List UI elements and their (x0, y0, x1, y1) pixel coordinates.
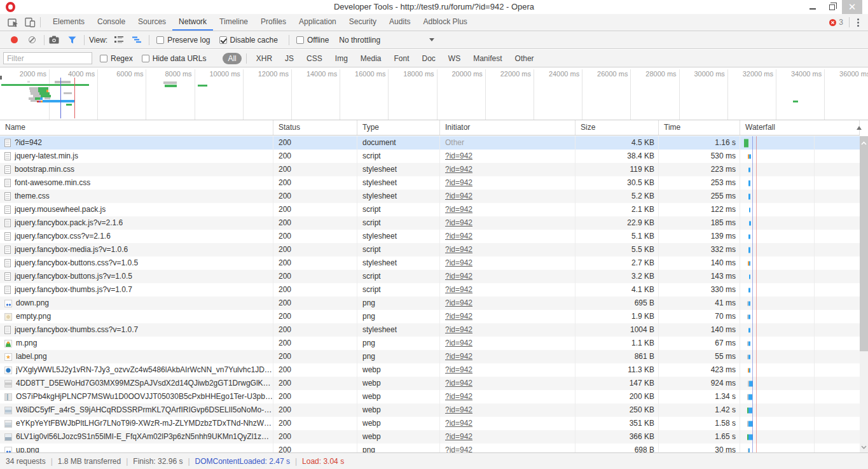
tab-timeline[interactable]: Timeline (213, 14, 254, 31)
initiator-link[interactable]: ?id=942 (445, 405, 472, 414)
table-row[interactable]: down.png200png?id=942695 B41 ms (0, 297, 860, 310)
view-list-button[interactable] (111, 33, 127, 47)
filter-pill-doc[interactable]: Doc (417, 53, 441, 64)
table-row[interactable]: 6LV1ig0vl56LJozc9S1n55lMI-E_FfqXAm02lP3p… (0, 430, 860, 444)
initiator-link[interactable]: ?id=942 (445, 151, 472, 160)
filter-pill-js[interactable]: JS (280, 53, 299, 64)
initiator-link[interactable]: ?id=942 (445, 325, 472, 334)
initiator-link[interactable]: ?id=942 (445, 339, 472, 347)
minimize-button[interactable] (804, 0, 822, 14)
clear-button[interactable] (24, 33, 39, 47)
table-row[interactable]: jquery.mousewheel.pack.js200script?id=94… (0, 203, 860, 216)
column-header-size[interactable]: Size (575, 120, 659, 135)
column-header-waterfall[interactable]: Waterfall (740, 120, 860, 135)
console-error-badge[interactable]: 3 (825, 18, 847, 27)
filter-pill-manifest[interactable]: Manifest (468, 53, 507, 64)
filter-pill-all[interactable]: All (223, 53, 241, 64)
tab-profiles[interactable]: Profiles (254, 14, 293, 31)
devtools-menu-icon[interactable] (851, 17, 864, 28)
network-overview[interactable]: 2000 ms4000 ms6000 ms8000 ms10000 ms1200… (0, 68, 868, 120)
table-row[interactable]: jquery.fancybox.css?v=2.1.6200stylesheet… (0, 230, 860, 243)
table-row[interactable]: jquery.fancybox-thumbs.js?v=1.0.7200scri… (0, 283, 860, 297)
table-row[interactable]: ?id=942200documentOther4.5 KB1.16 s (0, 136, 860, 150)
tab-network[interactable]: Network (172, 14, 213, 31)
initiator-link[interactable]: ?id=942 (445, 445, 472, 452)
initiator-link[interactable]: ?id=942 (445, 218, 472, 227)
close-button[interactable]: ✕ (842, 0, 862, 14)
filter-pill-other[interactable]: Other (510, 53, 539, 64)
inspect-element-icon[interactable] (5, 15, 22, 29)
column-header-time[interactable]: Time (659, 120, 740, 135)
table-row[interactable]: jquery.fancybox.pack.js?v=2.1.6200script… (0, 216, 860, 230)
column-header-name[interactable]: Name (0, 120, 273, 135)
view-waterfall-button[interactable] (129, 33, 144, 47)
disable-cache-checkbox[interactable]: Disable cache (219, 36, 278, 45)
table-row[interactable]: W8iDC5yfF_a4rS_S9jAHCqRDSSRPrmKL7QArfIRI… (0, 403, 860, 417)
tab-elements[interactable]: Elements (46, 14, 91, 31)
table-row[interactable]: theme.css200stylesheet?id=9425.2 KB255 m… (0, 190, 860, 203)
tab-adblock-plus[interactable]: Adblock Plus (417, 14, 473, 31)
offline-checkbox[interactable]: Offline (296, 36, 329, 45)
initiator-link[interactable]: ?id=942 (445, 352, 472, 361)
table-row[interactable]: jquery.fancybox-media.js?v=1.0.6200scrip… (0, 243, 860, 256)
table-row[interactable]: eYKpYeYtFBWJbPltLHGr7LNoT9i9-XWzR-mJ-ZLY… (0, 417, 860, 430)
table-row[interactable]: jVXglyWWL5J2y1vRN-7Jy3_ozvvZc4w5486lAkbA… (0, 363, 860, 377)
initiator-link[interactable]: ?id=942 (445, 178, 472, 187)
table-row[interactable]: label.png200png?id=942861 B55 ms (0, 350, 860, 363)
filter-pill-font[interactable]: Font (389, 53, 415, 64)
vertical-scrollbar[interactable] (860, 136, 868, 452)
filter-pill-media[interactable]: Media (355, 53, 387, 64)
initiator-link[interactable]: ?id=942 (445, 379, 472, 388)
initiator-link[interactable]: ?id=942 (445, 298, 472, 307)
regex-checkbox[interactable]: Regex (100, 54, 133, 63)
tab-console[interactable]: Console (91, 14, 132, 31)
tab-audits[interactable]: Audits (383, 14, 417, 31)
tab-security[interactable]: Security (343, 14, 383, 31)
scrollbar-thumb[interactable] (860, 136, 868, 351)
initiator-link[interactable]: ?id=942 (445, 258, 472, 267)
scroll-down-icon[interactable] (860, 442, 868, 451)
initiator-link[interactable]: ?id=942 (445, 365, 472, 374)
table-row[interactable]: jquery.fancybox-buttons.js?v=1.0.5200scr… (0, 270, 860, 283)
table-row[interactable]: OS7iPb4kgHjPLNCP7MSWu1D0OOVJJT05030B5cPx… (0, 390, 860, 403)
table-row[interactable]: 4DD8TT_D5EWoHd7G03MX99MZSpAJVsdX2d14QJiw… (0, 377, 860, 390)
table-row[interactable]: bootstrap.min.css200stylesheet?id=942119… (0, 163, 860, 176)
initiator-link[interactable]: ?id=942 (445, 432, 472, 441)
tab-sources[interactable]: Sources (132, 14, 172, 31)
initiator-link[interactable]: ?id=942 (445, 312, 472, 321)
filter-pill-ws[interactable]: WS (443, 53, 465, 64)
filter-pill-xhr[interactable]: XHR (251, 53, 277, 64)
table-row[interactable]: jquery.fancybox-thumbs.css?v=1.0.7200sty… (0, 323, 860, 337)
initiator-link[interactable]: ?id=942 (445, 392, 472, 401)
initiator-link[interactable]: ?id=942 (445, 205, 472, 214)
hide-data-urls-checkbox[interactable]: Hide data URLs (142, 54, 207, 63)
initiator-link[interactable]: ?id=942 (445, 285, 472, 294)
table-row[interactable]: font-awesome.min.css200stylesheet?id=942… (0, 176, 860, 190)
restore-button[interactable] (823, 0, 841, 14)
preserve-log-checkbox[interactable]: Preserve log (156, 36, 210, 45)
throttling-dropdown[interactable]: No throttling (339, 36, 434, 45)
table-row[interactable]: m.png200png?id=9421.1 KB67 ms (0, 337, 860, 350)
column-header-status[interactable]: Status (273, 120, 357, 135)
table-row[interactable]: empty.png200png?id=9421.9 KB70 ms (0, 310, 860, 323)
table-row[interactable]: up.png200png?id=942698 B30 ms (0, 444, 860, 452)
filter-toggle-button[interactable] (64, 33, 79, 47)
filter-pill-img[interactable]: Img (330, 53, 353, 64)
initiator-link[interactable]: ?id=942 (445, 232, 472, 241)
column-header-initiator[interactable]: Initiator (440, 120, 575, 135)
filter-input[interactable] (3, 52, 92, 64)
screenshot-capture-button[interactable] (46, 33, 62, 47)
scroll-up-icon[interactable] (860, 138, 868, 147)
filter-pill-css[interactable]: CSS (301, 53, 327, 64)
initiator-link[interactable]: ?id=942 (445, 165, 472, 174)
initiator-link[interactable]: ?id=942 (445, 419, 472, 428)
table-row[interactable]: jquery-latest.min.js200script?id=94238.4… (0, 150, 860, 163)
device-toolbar-icon[interactable] (22, 15, 38, 29)
column-header-type[interactable]: Type (357, 120, 440, 135)
initiator-link[interactable]: ?id=942 (445, 192, 472, 200)
record-button[interactable] (6, 33, 22, 47)
initiator-link[interactable]: ?id=942 (445, 272, 472, 281)
tab-application[interactable]: Application (293, 14, 343, 31)
table-row[interactable]: jquery.fancybox-buttons.css?v=1.0.5200st… (0, 256, 860, 270)
initiator-link[interactable]: ?id=942 (445, 245, 472, 254)
